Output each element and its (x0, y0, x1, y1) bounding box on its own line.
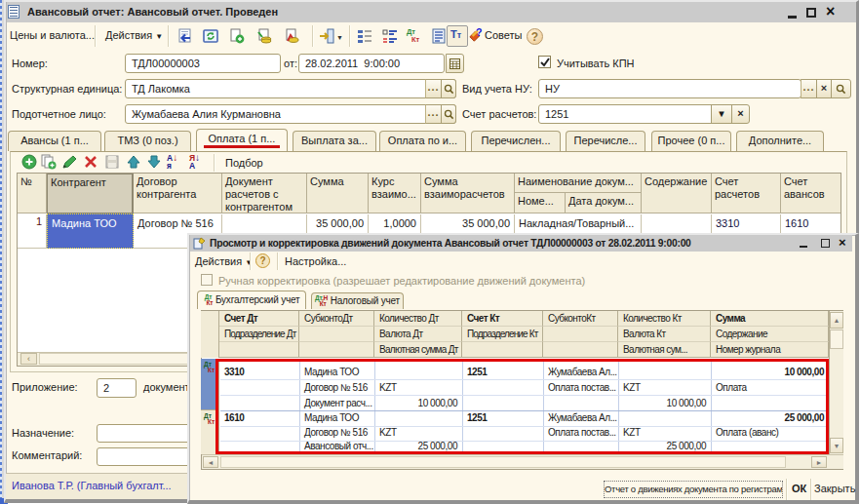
svg-text:?: ? (476, 27, 483, 38)
